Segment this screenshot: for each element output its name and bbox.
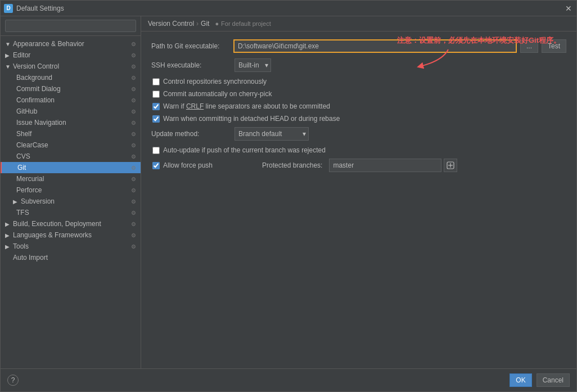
settings-icon: ⚙ xyxy=(131,142,136,148)
sidebar-item-mercurial[interactable]: Mercurial ⚙ xyxy=(1,173,141,184)
sidebar-item-background[interactable]: Background ⚙ xyxy=(1,72,141,83)
title-bar: D Default Settings ✕ xyxy=(1,1,576,16)
settings-icon: ⚙ xyxy=(131,97,136,103)
arrow-icon: ▼ xyxy=(5,64,11,70)
sidebar-item-cvs[interactable]: CVS ⚙ xyxy=(1,151,141,162)
sidebar-item-editor[interactable]: ▶ Editor ⚙ xyxy=(1,49,141,61)
settings-icon: ⚙ xyxy=(131,187,136,193)
settings-icon: ⚙ xyxy=(131,75,136,81)
sidebar-item-commit-dialog[interactable]: Commit Dialog ⚙ xyxy=(1,83,141,94)
settings-icon: ⚙ xyxy=(131,165,136,171)
auto-update-checkbox[interactable] xyxy=(152,147,160,154)
checkbox-crlf-row: Warn if CRLF line separators are about t… xyxy=(151,102,566,110)
arrow-icon: ▶ xyxy=(13,199,19,205)
settings-icon: ⚙ xyxy=(131,109,136,115)
allow-force-row: Allow force push xyxy=(151,161,213,169)
sidebar-item-label: Auto Import xyxy=(13,254,48,262)
checkbox-cherry-row: Commit automatically on cherry-pick xyxy=(151,90,566,98)
sync-checkbox[interactable] xyxy=(152,78,160,85)
sidebar-item-tools[interactable]: ▶ Tools ⚙ xyxy=(1,241,141,252)
warn-detached-checkbox[interactable] xyxy=(152,115,160,123)
bottom-bar: ? OK Cancel xyxy=(1,368,576,391)
main-panel: Version Control › Git ● For default proj… xyxy=(141,16,576,368)
sidebar-item-perforce[interactable]: Perforce ⚙ xyxy=(1,184,141,196)
sidebar-item-label: GitHub xyxy=(16,107,37,115)
breadcrumb: Version Control › Git ● For default proj… xyxy=(141,16,576,31)
settings-icon: ⚙ xyxy=(131,64,136,70)
sidebar: ▼ Appearance & Behavior ⚙ ▶ Editor ⚙ ▼ V… xyxy=(1,16,141,368)
allow-force-checkbox[interactable] xyxy=(152,162,160,169)
sidebar-item-clearcase[interactable]: ClearCase ⚙ xyxy=(1,139,141,151)
sidebar-item-label: Build, Execution, Deployment xyxy=(13,220,101,228)
settings-icon: ⚙ xyxy=(131,176,136,182)
force-push-row: Allow force push Protected branches: xyxy=(151,159,566,172)
arrow-icon: ▶ xyxy=(5,221,11,227)
sidebar-item-shelf[interactable]: Shelf ⚙ xyxy=(1,128,141,139)
main-content: ▼ Appearance & Behavior ⚙ ▶ Editor ⚙ ▼ V… xyxy=(1,16,576,368)
sidebar-item-issue-navigation[interactable]: Issue Navigation ⚙ xyxy=(1,117,141,128)
sidebar-item-label: Shelf xyxy=(16,130,31,138)
sidebar-item-label: Tools xyxy=(13,242,29,250)
settings-icon: ⚙ xyxy=(131,210,136,216)
protected-branches-label: Protected branches: xyxy=(262,161,322,169)
sidebar-item-subversion[interactable]: ▶ Subversion ⚙ xyxy=(1,196,141,207)
sidebar-item-tfs[interactable]: TFS ⚙ xyxy=(1,207,141,218)
settings-icon: ⚙ xyxy=(131,52,136,58)
protected-branches-action-button[interactable] xyxy=(444,159,457,172)
sidebar-item-label: Commit Dialog xyxy=(16,85,61,93)
title-bar-left: D Default Settings xyxy=(4,4,64,13)
protected-branches-input[interactable] xyxy=(329,159,441,172)
settings-icon: ⚙ xyxy=(131,41,136,47)
arrow-icon: ▶ xyxy=(5,52,11,58)
search-input[interactable] xyxy=(5,20,136,32)
warn-crlf-checkbox[interactable] xyxy=(152,103,160,110)
sidebar-item-label: Languages & Frameworks xyxy=(13,231,92,239)
ok-button[interactable]: OK xyxy=(510,373,531,387)
sidebar-item-label: Git xyxy=(17,164,26,172)
auto-cherry-label: Commit automatically on cherry-pick xyxy=(163,90,272,98)
settings-icon: ⚙ xyxy=(131,154,136,160)
window-title: Default Settings xyxy=(16,4,64,12)
sidebar-item-label: ClearCase xyxy=(16,141,48,149)
allow-force-label: Allow force push xyxy=(163,161,213,169)
auto-cherry-checkbox[interactable] xyxy=(152,91,160,98)
cancel-button[interactable]: Cancel xyxy=(537,373,570,387)
sidebar-item-label: Version Control xyxy=(13,62,59,70)
sidebar-item-git[interactable]: Git ⚙ xyxy=(1,162,141,173)
settings-panel: Path to Git executable: ... Test SSH exe… xyxy=(141,31,576,368)
update-method-label: Update method: xyxy=(151,130,230,138)
settings-icon: ⚙ xyxy=(131,199,136,205)
close-button[interactable]: ✕ xyxy=(564,4,573,13)
warn-detached-label: Warn when committing in detached HEAD or… xyxy=(163,115,340,123)
settings-icon: ⚙ xyxy=(131,86,136,92)
sidebar-item-label: Background xyxy=(16,74,52,82)
search-box xyxy=(1,16,141,36)
update-method-select[interactable]: Branch default xyxy=(235,127,309,141)
sidebar-item-languages[interactable]: ▶ Languages & Frameworks ⚙ xyxy=(1,229,141,241)
ssh-select[interactable]: Built-in xyxy=(235,58,271,72)
annotation-arrow-svg xyxy=(409,44,454,72)
breadcrumb-version-control: Version Control xyxy=(148,20,194,28)
action-icon xyxy=(447,161,454,169)
git-path-label: Path to Git executable: xyxy=(151,42,230,50)
update-method-row: Update method: Branch default xyxy=(151,127,566,141)
arrow-icon: ▼ xyxy=(5,41,11,47)
sidebar-item-version-control[interactable]: ▼ Version Control ⚙ xyxy=(1,61,141,72)
sidebar-item-label: Confirmation xyxy=(16,96,55,104)
arrow-icon: ▶ xyxy=(5,232,11,238)
sidebar-item-auto-import[interactable]: Auto Import xyxy=(1,252,141,263)
sidebar-item-github[interactable]: GitHub ⚙ xyxy=(1,106,141,117)
sync-label: Control repositories synchronously xyxy=(163,78,267,85)
sidebar-item-appearance[interactable]: ▼ Appearance & Behavior ⚙ xyxy=(1,38,141,49)
help-button[interactable]: ? xyxy=(7,375,19,386)
update-method-dropdown[interactable]: Branch default xyxy=(235,129,308,139)
sidebar-item-label: Appearance & Behavior xyxy=(13,40,84,48)
ssh-dropdown[interactable]: Built-in xyxy=(235,60,271,70)
settings-icon: ⚙ xyxy=(131,244,136,250)
breadcrumb-for-default-icon: ● xyxy=(215,20,219,27)
sidebar-item-label: CVS xyxy=(16,152,30,160)
checkbox-sync-row: Control repositories synchronously xyxy=(151,78,566,85)
sidebar-item-build[interactable]: ▶ Build, Execution, Deployment ⚙ xyxy=(1,218,141,229)
default-settings-window: D Default Settings ✕ ▼ Appearance & Beha… xyxy=(0,0,577,392)
sidebar-item-confirmation[interactable]: Confirmation ⚙ xyxy=(1,94,141,106)
